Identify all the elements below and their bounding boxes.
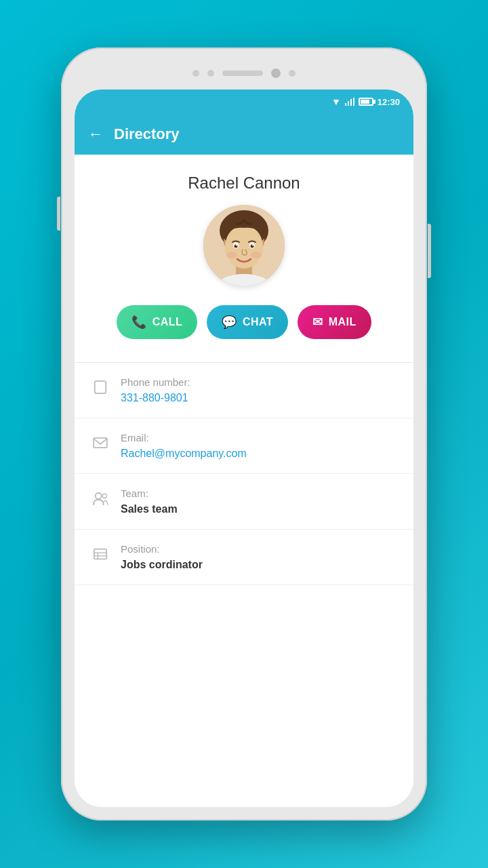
speaker-grille [222, 71, 263, 76]
sensor-dot [289, 70, 296, 77]
team-info-content: Team: Sales team [121, 488, 178, 515]
team-value: Sales team [121, 503, 178, 515]
volume-button [57, 197, 60, 231]
svg-point-11 [236, 245, 237, 246]
svg-point-12 [252, 245, 253, 246]
phone-label: Phone number: [121, 376, 190, 388]
call-icon: 📞 [131, 315, 147, 330]
phone-device: ▼ 12:30 ← Directory [61, 47, 427, 821]
mail-label: MAIL [329, 316, 357, 328]
avatar [203, 205, 285, 286]
info-section: Phone number: 331-880-9801 Email: Ra [75, 363, 413, 585]
team-row: Team: Sales team [75, 474, 413, 530]
phone-row[interactable]: Phone number: 331-880-9801 [75, 363, 413, 418]
position-info-content: Position: Jobs cordinator [121, 543, 203, 571]
signal-icon [345, 98, 354, 106]
phone-icon [91, 378, 110, 397]
svg-point-13 [226, 252, 237, 258]
position-row: Position: Jobs cordinator [75, 530, 413, 585]
phone-screen: ▼ 12:30 ← Directory [75, 90, 413, 807]
team-icon [91, 489, 110, 508]
position-value: Jobs cordinator [121, 559, 203, 571]
email-value[interactable]: Rachel@mycompany.com [121, 448, 247, 460]
wifi-icon: ▼ [331, 96, 341, 107]
chat-icon: 💬 [222, 315, 237, 330]
mail-icon: ✉ [312, 315, 323, 330]
status-time: 12:30 [378, 97, 400, 107]
front-camera [271, 68, 281, 78]
email-row[interactable]: Email: Rachel@mycompany.com [75, 418, 413, 474]
battery-icon [359, 98, 373, 106]
email-icon [91, 433, 110, 452]
position-icon [91, 545, 110, 564]
back-button[interactable]: ← [88, 127, 103, 142]
power-button [428, 224, 431, 278]
svg-rect-16 [94, 438, 107, 448]
team-label: Team: [121, 488, 178, 499]
phone-info-content: Phone number: 331-880-9801 [121, 376, 190, 404]
battery-fill [361, 100, 369, 104]
svg-point-17 [96, 493, 102, 499]
main-content: Rachel Cannon [75, 155, 413, 807]
svg-point-14 [251, 252, 262, 258]
position-label: Position: [121, 543, 203, 555]
contact-name: Rachel Cannon [188, 174, 300, 193]
email-info-content: Email: Rachel@mycompany.com [121, 432, 247, 460]
phone-hardware-top [75, 61, 413, 85]
status-icons: ▼ 12:30 [331, 96, 400, 107]
contact-header: Rachel Cannon [75, 155, 413, 362]
chat-label: CHAT [243, 316, 273, 328]
led-dot [192, 70, 199, 77]
status-bar: ▼ 12:30 [75, 90, 413, 114]
svg-point-18 [102, 494, 106, 498]
svg-rect-15 [95, 381, 106, 393]
phone-value[interactable]: 331-880-9801 [121, 392, 190, 404]
chat-button[interactable]: 💬 CHAT [207, 305, 288, 339]
app-bar: ← Directory [75, 114, 413, 155]
call-button[interactable]: 📞 CALL [117, 305, 197, 339]
svg-rect-19 [94, 549, 106, 559]
mail-button[interactable]: ✉ MAIL [298, 305, 371, 339]
page-title: Directory [114, 125, 180, 143]
email-label: Email: [121, 432, 247, 443]
avatar-svg [203, 205, 285, 286]
mic-dot [207, 70, 214, 77]
call-label: CALL [152, 316, 183, 328]
action-buttons: 📞 CALL 💬 CHAT ✉ MAIL [117, 305, 371, 339]
